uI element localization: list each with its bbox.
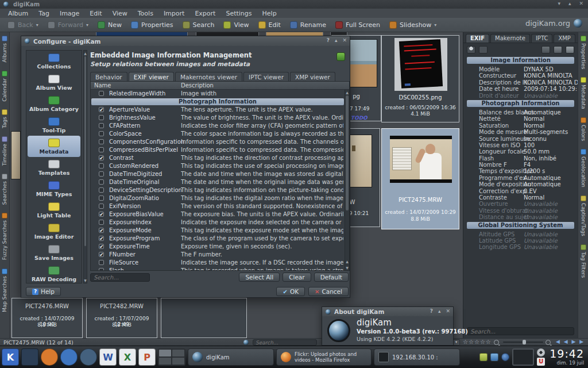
dialog-help-icon[interactable]: ? bbox=[430, 308, 433, 314]
rating-stars[interactable]: ☆☆☆☆☆ bbox=[463, 339, 492, 345]
scroll-down-icon[interactable]: ▼ bbox=[84, 278, 87, 282]
tag-checkbox[interactable]: ✔ bbox=[99, 244, 104, 249]
toolbar-button[interactable]: New bbox=[95, 20, 125, 30]
menu-item[interactable]: Tag bbox=[38, 10, 49, 17]
thumbnail-card-dsc00255[interactable]: DSC00255.png created : 06/05/2009 16:36 … bbox=[381, 35, 459, 122]
configure-dialog-titlebar[interactable]: Configure - digiKam ? ▴ ✕ bbox=[21, 36, 350, 46]
tag-checkbox[interactable]: ✔ bbox=[99, 163, 104, 168]
scrollbar-thumb[interactable] bbox=[346, 95, 349, 210]
task-firefox[interactable]: Flickr: Upload photos and videos - Mozil… bbox=[276, 348, 372, 366]
settings-tab[interactable]: Behavior bbox=[90, 72, 127, 82]
left-sidebar-tab[interactable]: Calendar bbox=[2, 71, 7, 101]
user-icon[interactable] bbox=[467, 46, 475, 53]
tag-checkbox[interactable]: ✔ bbox=[99, 187, 104, 193]
tag-filter-search-input[interactable] bbox=[90, 273, 150, 282]
scroll-up-icon[interactable]: ▲ bbox=[345, 90, 349, 94]
settings-category-item[interactable]: Collections bbox=[28, 51, 80, 72]
default-button[interactable]: Default bbox=[314, 273, 349, 282]
left-sidebar-tab[interactable]: Albums bbox=[2, 36, 7, 63]
metadata-tab[interactable]: EXIF bbox=[466, 34, 489, 43]
desktop-4[interactable] bbox=[172, 358, 184, 365]
launcher-icon[interactable] bbox=[80, 348, 97, 366]
exif-tag-row[interactable]: ✔ ExposureBiasValue The exposure bias. T… bbox=[91, 210, 345, 218]
toolbar-button[interactable]: Edit bbox=[256, 20, 284, 30]
desktop-2[interactable] bbox=[172, 350, 184, 356]
exif-tag-row[interactable]: ✔ FNumber The F number. bbox=[91, 251, 345, 259]
tag-checkbox[interactable]: ✔ bbox=[99, 228, 104, 233]
launcher-icon[interactable]: P bbox=[138, 348, 156, 366]
toolbar-button[interactable]: Properties bbox=[128, 20, 176, 30]
tag-checkbox[interactable]: ✔ bbox=[99, 179, 104, 185]
exif-tag-row[interactable]: ✔ ComponentsConfiguration Information sp… bbox=[91, 138, 345, 146]
exif-tag-row[interactable]: ✔ ExposureTime Exposure time, given in s… bbox=[91, 243, 345, 251]
settings-category-item[interactable]: RAW Decoding bbox=[28, 263, 80, 283]
exif-tag-row[interactable]: ✔ BrightnessValue The value of brightnes… bbox=[91, 114, 345, 122]
cancel-button[interactable]: ✕Cancel bbox=[308, 287, 349, 296]
menu-item[interactable]: Import bbox=[164, 10, 185, 17]
tag-checkbox[interactable]: ✔ bbox=[99, 252, 104, 257]
select-all-button[interactable]: Select All bbox=[239, 273, 280, 282]
menu-item[interactable]: View bbox=[113, 10, 127, 17]
zoom-slider-thumb[interactable] bbox=[523, 340, 526, 344]
left-sidebar-tab[interactable]: Fuzzy Searches bbox=[2, 213, 7, 260]
scroll-up-icon[interactable]: ▲ bbox=[345, 259, 349, 263]
zoom-slider[interactable] bbox=[503, 342, 543, 343]
exif-tag-row[interactable]: ✔ CFAPattern Indicates the color filter … bbox=[91, 122, 345, 130]
settings-category-item[interactable]: Album View bbox=[28, 72, 80, 93]
menu-item[interactable]: Edit bbox=[90, 10, 102, 17]
tag-checkbox[interactable]: ✔ bbox=[99, 268, 104, 270]
disc-icon[interactable] bbox=[537, 348, 545, 356]
thumbnail-card-pict2475-selected[interactable]: PICT2475.MRW created : 14/07/2009 10:29 … bbox=[381, 128, 459, 229]
tag-checkbox[interactable]: ✔ bbox=[99, 260, 104, 265]
menu-item[interactable]: Tools bbox=[138, 10, 153, 17]
print-icon[interactable] bbox=[554, 46, 562, 53]
right-sidebar-tab[interactable]: Colors bbox=[581, 117, 586, 141]
zoom-out-icon[interactable] bbox=[494, 340, 499, 345]
settings-category-item[interactable]: Tool-Tip bbox=[28, 114, 80, 136]
tag-checkbox[interactable]: ✔ bbox=[99, 195, 104, 201]
save-icon[interactable] bbox=[541, 46, 550, 53]
exif-tag-row[interactable]: Photograph Information ✔ bbox=[91, 98, 345, 106]
menu-item[interactable]: Image bbox=[60, 10, 79, 17]
settings-category-item[interactable]: MIME Types bbox=[28, 178, 80, 200]
desktop-3[interactable] bbox=[159, 358, 171, 365]
left-sidebar-tab[interactable]: Tags bbox=[2, 109, 7, 128]
task-digikam[interactable]: digiKam bbox=[188, 348, 274, 366]
exif-tag-row[interactable]: ✔ CustomRendered This tag indicates the … bbox=[91, 162, 345, 170]
toolbar-button[interactable]: Forward ▾ bbox=[45, 20, 91, 30]
exif-tag-row[interactable]: ✔ FileSource Indicates the image source.… bbox=[91, 259, 345, 267]
tag-checkbox[interactable]: ✔ bbox=[99, 236, 104, 241]
exif-tag-row[interactable]: ✔ DigitalZoomRatio This tag indicates th… bbox=[91, 194, 345, 202]
column-description[interactable]: Description bbox=[181, 82, 214, 89]
thumbnail-card-pict2482[interactable]: PICT2482.MRW created : 17/07/2009 12:49 … bbox=[86, 298, 157, 338]
dialog-shade-icon[interactable]: ▴ bbox=[335, 37, 338, 43]
launcher-icon[interactable] bbox=[41, 348, 58, 366]
window-menu-icon[interactable]: ▾ bbox=[558, 1, 560, 6]
settings-tab[interactable]: IPTC viewer bbox=[243, 72, 289, 82]
tag-checkbox[interactable]: ✔ bbox=[99, 107, 104, 112]
tag-checkbox[interactable]: ✔ bbox=[99, 155, 104, 160]
left-sidebar-tab[interactable]: Searches bbox=[2, 174, 7, 205]
task-terminal[interactable]: 192.168.30.10 : bbox=[374, 348, 460, 366]
ok-button[interactable]: ✔OK bbox=[276, 287, 305, 296]
tag-checkbox[interactable]: ✔ bbox=[99, 91, 104, 96]
scrollbar-thumb[interactable] bbox=[84, 56, 86, 246]
dialog-help-icon[interactable]: ? bbox=[327, 37, 330, 43]
copy-icon[interactable] bbox=[566, 46, 574, 53]
window-close-icon[interactable]: ✕ bbox=[579, 1, 583, 6]
scroll-up-icon[interactable]: ▲ bbox=[84, 51, 87, 55]
menu-item[interactable]: Export bbox=[195, 10, 215, 17]
status-thumb-icon[interactable] bbox=[243, 340, 249, 345]
settings-category-item[interactable]: Light Table bbox=[28, 200, 80, 221]
exif-tag-row[interactable]: ✔ DateTimeDigitized The date and time wh… bbox=[91, 170, 345, 178]
right-sidebar-tab[interactable]: Caption/Tags bbox=[581, 195, 586, 236]
volume-icon[interactable] bbox=[479, 353, 488, 361]
desktop-1[interactable] bbox=[159, 350, 171, 356]
taskbar-clock[interactable]: 19:42 dim. 19 juil bbox=[550, 348, 584, 366]
launcher-icon[interactable]: K bbox=[2, 348, 19, 366]
table-scrollbar[interactable]: ▲ ▲ ▼ bbox=[345, 90, 349, 270]
table-header[interactable]: Name Description bbox=[91, 82, 349, 90]
virtual-desktop-pager[interactable] bbox=[158, 348, 185, 366]
exif-tag-row[interactable]: ✔ CompressedBitsPerPixel Information spe… bbox=[91, 146, 345, 154]
left-sidebar-tab[interactable]: Timeline bbox=[2, 136, 7, 166]
